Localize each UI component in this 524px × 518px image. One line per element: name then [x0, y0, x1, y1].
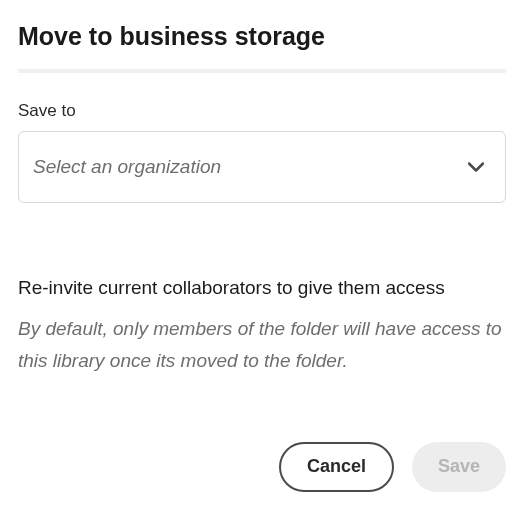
- organization-select[interactable]: Select an organization: [18, 131, 506, 203]
- organization-select-placeholder: Select an organization: [33, 156, 221, 178]
- button-row: Cancel Save: [18, 442, 506, 492]
- reinvite-heading: Re-invite current collaborators to give …: [18, 277, 506, 299]
- reinvite-description: By default, only members of the folder w…: [18, 313, 506, 378]
- cancel-button[interactable]: Cancel: [279, 442, 394, 492]
- save-to-label: Save to: [18, 101, 506, 121]
- save-button[interactable]: Save: [412, 442, 506, 492]
- divider: [18, 69, 506, 73]
- dialog-title: Move to business storage: [18, 22, 506, 51]
- chevron-down-icon: [467, 158, 485, 176]
